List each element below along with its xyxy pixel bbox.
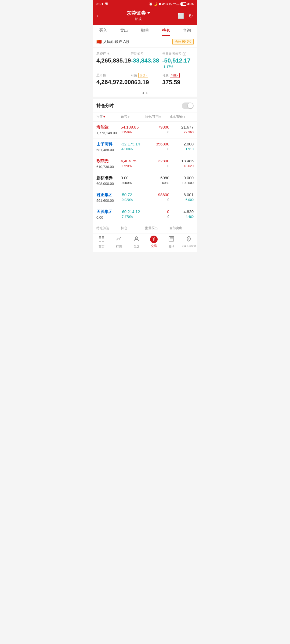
back-button[interactable]: ‹	[97, 12, 99, 19]
stock-col-name-4: 君正集团 591,600.00	[96, 192, 121, 203]
stock-usable-1: 0	[145, 147, 169, 151]
daily-pnl-info-icon: i	[183, 52, 186, 56]
tab-buy[interactable]: 买入	[93, 25, 114, 36]
toggle-switch[interactable]	[182, 103, 194, 109]
stock-col-cost-4: 6.001 6.000	[169, 192, 194, 203]
stock-position-0: 79300	[145, 125, 169, 129]
dot-2	[146, 92, 147, 94]
stock-col-name-5: 天茂集团 0.00	[96, 209, 121, 219]
stats-row-1: 总资产 👁 4,265,835.19 浮动盈亏 -33,843.38 当日参考盈…	[96, 52, 194, 69]
stock-col-name-0: 海能达 1,773,148.00	[96, 125, 121, 135]
stock-market-value-3: 608,000.00	[96, 182, 121, 186]
stock-col-pos-5: 0 0	[145, 209, 169, 219]
daily-pnl-pct: -1.17%	[162, 65, 194, 69]
total-assets-value: 4,265,835.19	[96, 57, 131, 64]
tab-cancel[interactable]: 撤单	[135, 25, 155, 36]
footer-col2[interactable]: 持仓	[121, 226, 145, 230]
toggle-knob	[188, 103, 193, 108]
tab-sell[interactable]: 卖出	[114, 25, 135, 36]
footer-col1[interactable]: 持仓筛选	[96, 226, 121, 230]
dot-1	[143, 92, 144, 94]
nav-item-market[interactable]: 行情	[110, 236, 128, 248]
stock-pnl-pct-2: 0.720%	[121, 164, 145, 168]
col-cost-header: 成本/现价	[169, 115, 194, 119]
battery-indicator	[180, 2, 186, 6]
stock-name-2: 欧菲光	[96, 159, 121, 164]
stock-position-1: 356800	[145, 142, 169, 146]
table-row[interactable]: 新标准券 608,000.00 0.00 0.000% 6080 6080 0.…	[93, 172, 197, 189]
stock-usable-0: 0	[145, 130, 169, 134]
signal-icon: ▣	[158, 2, 161, 6]
stock-col-pos-0: 79300 0	[145, 125, 169, 135]
stat-market-value: 总市值 4,264,972.00	[96, 73, 131, 86]
stock-name-5: 天茂集团	[96, 209, 121, 214]
stock-col-cost-3: 0.000 100.000	[169, 175, 194, 186]
status-bar: 3:01 淘 ⏰ 🌙 ▣ WiFi 5G ⁴ᴳ ▪▪▪ 31%	[93, 0, 197, 8]
refresh-icon[interactable]: ↻	[189, 13, 193, 19]
nav-label-watchlist: 自选	[133, 244, 139, 248]
withdrawable-label: 可取 转账›	[162, 73, 194, 78]
position-badge: 仓位 99.9%	[172, 39, 194, 45]
stock-price-2: 18.620	[169, 164, 194, 168]
bottom-nav: 首页 行情 自选 ¥ 交易	[93, 233, 197, 252]
nav-label-trade: 交易	[151, 244, 157, 248]
stock-col-pos-4: 98600 0	[145, 192, 169, 203]
tab-query[interactable]: 查询	[176, 25, 197, 36]
stock-name-1: 山子高科	[96, 142, 121, 147]
table-row[interactable]: 君正集团 591,600.00 -50.72 -0.020% 98600 0 6…	[93, 189, 197, 206]
footer-col4[interactable]: 全部卖出	[169, 226, 194, 230]
stock-price-5: 4.460	[169, 215, 194, 219]
nav-item-trade[interactable]: ¥ 交易	[145, 236, 162, 248]
stock-price-4: 6.000	[169, 198, 194, 202]
top-nav: ‹ 东莞证券 胪成 ⬜ ↻	[93, 8, 197, 25]
svg-rect-3	[102, 239, 104, 241]
alarm-icon: ⏰	[149, 2, 153, 6]
nav-item-wealth[interactable]: ¥ 公众号理财成	[180, 236, 197, 248]
account-section: 🇨🇳 人民币账户 A股 仓位 99.9% 总资产 👁 4,265,835.19 …	[93, 36, 197, 97]
stock-cost-5: 4.820	[169, 209, 194, 214]
svg-text:¥: ¥	[188, 238, 189, 240]
stock-pnl-pct-0: 3.150%	[121, 130, 145, 134]
account-info: 🇨🇳 人民币账户 A股	[96, 39, 129, 44]
status-left: 3:01 淘	[96, 2, 108, 6]
network-4g: ⁴ᴳ	[173, 2, 176, 5]
floating-pnl-value: -33,843.38	[131, 57, 162, 64]
stock-col-pnl-1: -32,173.14 -4.500%	[121, 142, 145, 152]
svg-rect-4	[116, 241, 122, 241]
page-dots	[93, 92, 197, 97]
eye-icon[interactable]: 👁	[107, 52, 111, 56]
col-position-header: 持仓/可用	[145, 115, 169, 119]
svg-rect-0	[99, 236, 101, 238]
status-right: ⏰ 🌙 ▣ WiFi 5G ⁴ᴳ ▪▪▪ 31%	[149, 2, 194, 6]
account-label: 人民币账户 A股	[103, 39, 129, 44]
nav-item-home[interactable]: 首页	[93, 236, 110, 248]
stock-position-2: 32800	[145, 159, 169, 163]
stock-cost-1: 2.000	[169, 142, 194, 146]
usable-value: 863.19	[131, 79, 162, 86]
nav-item-news[interactable]: 资讯	[162, 236, 180, 248]
usable-tag[interactable]: 国债›	[138, 73, 148, 78]
stock-name-3: 新标准券	[96, 175, 121, 181]
share-icon[interactable]: ⬜	[177, 13, 184, 19]
stat-daily-pnl: 当日参考盈亏 i -50,512.17 -1.17%	[162, 52, 194, 69]
stock-name-4: 君正集团	[96, 192, 121, 197]
stock-pnl-pct-3: 0.000%	[121, 181, 145, 185]
stock-pnl-pct-1: -4.500%	[121, 147, 145, 151]
dropdown-icon[interactable]	[147, 12, 150, 14]
table-row[interactable]: 欧菲光 610,736.00 4,404.75 0.720% 32800 0 1…	[93, 155, 197, 172]
nav-item-watchlist[interactable]: 自选	[128, 236, 145, 248]
stock-market-value-1: 681,488.00	[96, 148, 121, 152]
table-row[interactable]: 天茂集团 0.00 -60,214.12 -7.470% 0 0 4.820 4…	[93, 206, 197, 223]
holdings-section: 持仓分时 市值 盈亏 持仓/可用 成本/现价 海能达 1,	[93, 99, 197, 223]
footer-col3[interactable]: 批量买出	[145, 226, 169, 230]
table-row[interactable]: 海能达 1,773,148.00 54,189.85 3.150% 79300 …	[93, 122, 197, 138]
svg-rect-2	[99, 239, 101, 241]
withdrawable-tag[interactable]: 转账›	[170, 73, 179, 78]
network-5g: 5G	[169, 2, 172, 5]
tab-position[interactable]: 持仓	[155, 25, 176, 36]
stat-usable: 可用 国债› 863.19	[131, 73, 162, 86]
stock-col-cost-2: 18.486 18.620	[169, 159, 194, 169]
table-row[interactable]: 山子高科 681,488.00 -32,173.14 -4.500% 35680…	[93, 138, 197, 155]
stock-usable-5: 0	[145, 215, 169, 219]
stock-cost-0: 21.677	[169, 125, 194, 129]
